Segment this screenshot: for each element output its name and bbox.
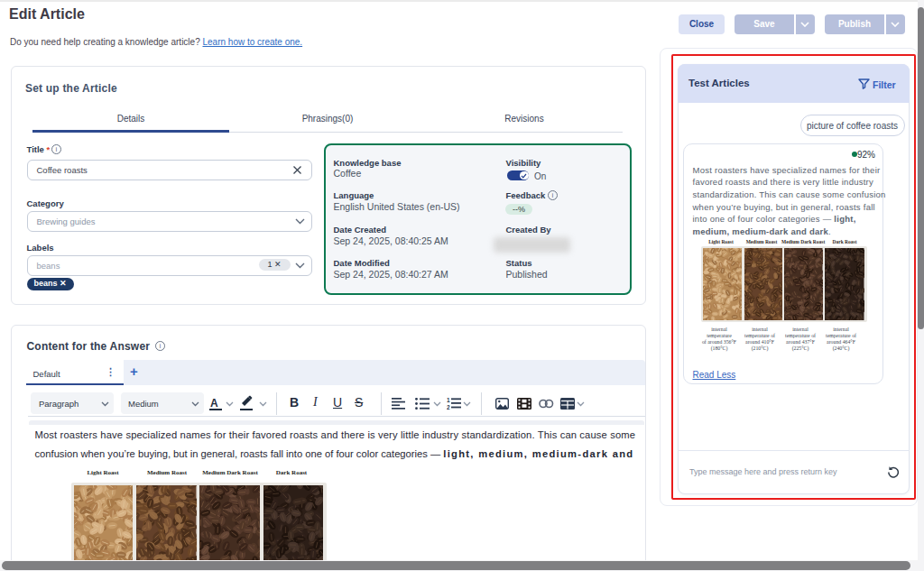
svg-text:1: 1	[447, 397, 450, 403]
svg-text:2: 2	[447, 404, 450, 410]
